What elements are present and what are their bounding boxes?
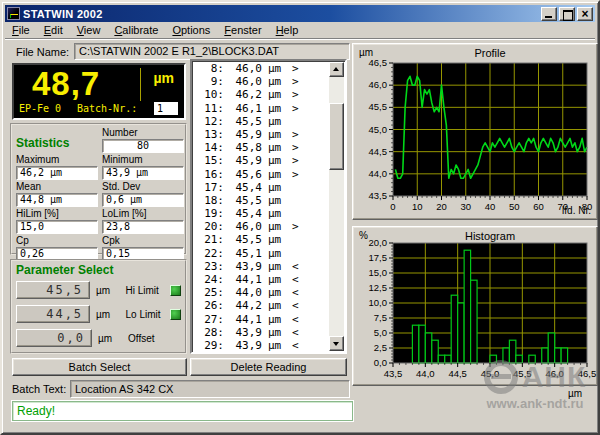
stat-field-std-dev: Std. Dev0,6 µm bbox=[102, 181, 184, 207]
menu-item-calibrate[interactable]: Calibrate bbox=[107, 23, 165, 37]
stat-value: 46,2 µm bbox=[16, 166, 98, 180]
reading-row[interactable]: 16:45,6µm> bbox=[194, 168, 328, 181]
svg-text:10,0: 10,0 bbox=[369, 297, 388, 308]
svg-text:10: 10 bbox=[412, 201, 423, 212]
reading-row[interactable]: 9:46,0µm> bbox=[194, 75, 328, 88]
measurement-display: 48,7 µm EP-Fe 0 Batch-Nr.: 1 bbox=[12, 63, 186, 120]
reading-row[interactable]: 26:44,2µm< bbox=[194, 299, 328, 312]
measurement-value: 48,7 bbox=[32, 65, 100, 103]
parameter-select-group: Parameter Select 45,5µmHi Limit44,5µmLo … bbox=[10, 259, 187, 354]
scrollbar-thumb[interactable] bbox=[329, 103, 344, 170]
param-row-lo-limit: 44,5µmLo Limit bbox=[16, 303, 181, 325]
svg-text:17,5: 17,5 bbox=[369, 252, 388, 263]
menu-item-view[interactable]: View bbox=[70, 23, 108, 37]
reading-row[interactable]: 29:43,9µm< bbox=[194, 339, 328, 351]
stat-value: 15,0 bbox=[16, 220, 98, 234]
param-label: Lo Limit bbox=[125, 309, 168, 320]
reading-row[interactable]: 21:45,5µm bbox=[194, 233, 328, 246]
menu-item-file[interactable]: File bbox=[5, 23, 37, 37]
reading-row[interactable]: 22:45,1µm bbox=[194, 247, 328, 260]
menu-bar: FileEditViewCalibrateOptionsFensterHelp bbox=[5, 22, 595, 39]
batch-text-label: Batch Text: bbox=[12, 383, 66, 395]
readings-rows: 8:46,0µm>9:46,0µm>10:46,2µm>11:46,1µm>12… bbox=[194, 62, 328, 351]
status-bar: Ready! bbox=[12, 401, 353, 421]
svg-text:2,5: 2,5 bbox=[374, 342, 387, 353]
reading-row[interactable]: 15:45,9µm> bbox=[194, 154, 328, 167]
lo-limit-input[interactable]: 44,5 bbox=[16, 305, 90, 323]
lo-limit-led[interactable] bbox=[170, 309, 181, 320]
menu-item-edit[interactable]: Edit bbox=[37, 23, 70, 37]
file-name-field[interactable]: C:\STATWIN 2002 E R1_2\BLOCK3.DAT bbox=[74, 43, 350, 60]
histogram-x-axis-label: µm bbox=[568, 388, 582, 399]
reading-row[interactable]: 10:46,2µm> bbox=[194, 88, 328, 101]
hi-limit-input[interactable]: 45,5 bbox=[16, 281, 90, 299]
param-label: Offset bbox=[128, 333, 172, 344]
close-button[interactable] bbox=[577, 7, 593, 21]
menu-item-options[interactable]: Options bbox=[165, 23, 217, 37]
stat-value: 0,6 µm bbox=[102, 193, 184, 207]
stat-field-mean: Mean44,8 µm bbox=[16, 181, 98, 207]
svg-text:0: 0 bbox=[390, 201, 395, 212]
stat-field-minimum: Minimum43,9 µm bbox=[102, 154, 184, 180]
reading-row[interactable]: 18:45,5µm bbox=[194, 194, 328, 207]
svg-text:46,5: 46,5 bbox=[578, 368, 597, 379]
scroll-down-icon[interactable] bbox=[329, 336, 344, 351]
reading-row[interactable]: 12:45,5µm bbox=[194, 115, 328, 128]
readings-list: 8:46,0µm>9:46,0µm>10:46,2µm>11:46,1µm>12… bbox=[190, 59, 347, 354]
batch-nr-label: Batch-Nr.: bbox=[77, 103, 137, 114]
svg-text:45,0: 45,0 bbox=[369, 124, 388, 135]
reading-row[interactable]: 23:43,9µm< bbox=[194, 260, 328, 273]
offset-input[interactable]: 0,0 bbox=[16, 329, 92, 347]
svg-text:46,0: 46,0 bbox=[545, 368, 564, 379]
reading-row[interactable]: 20:46,0µm> bbox=[194, 220, 328, 233]
batch-select-button[interactable]: Batch Select bbox=[12, 358, 187, 376]
param-label: Hi Limit bbox=[125, 285, 168, 296]
svg-text:30: 30 bbox=[460, 201, 471, 212]
menu-item-help[interactable]: Help bbox=[269, 23, 306, 37]
svg-text:44,5: 44,5 bbox=[369, 146, 388, 157]
statistics-group: Statistics Number80Maximum46,2 µmMinimum… bbox=[10, 123, 187, 255]
svg-text:46,0: 46,0 bbox=[369, 79, 388, 90]
stat-label: HiLim [%] bbox=[16, 208, 98, 220]
svg-text:7,5: 7,5 bbox=[374, 312, 387, 323]
reading-row[interactable]: 17:45,4µm bbox=[194, 181, 328, 194]
parameter-select-title: Parameter Select bbox=[16, 263, 181, 277]
svg-text:44,0: 44,0 bbox=[416, 368, 435, 379]
maximize-button[interactable] bbox=[559, 7, 575, 21]
reading-row[interactable]: 19:45,4µm bbox=[194, 207, 328, 220]
readings-scrollbar[interactable] bbox=[329, 62, 344, 351]
profile-chart-panel: µm Profile 43,544,044,545,045,546,046,50… bbox=[352, 43, 598, 220]
stat-field-lolim: LoLim [%]23,8 bbox=[102, 208, 184, 234]
svg-text:43,5: 43,5 bbox=[369, 190, 388, 201]
stat-field-cpk: Cpk0,15 bbox=[102, 235, 184, 261]
svg-text:40: 40 bbox=[485, 201, 496, 212]
stat-label: Mean bbox=[16, 181, 98, 193]
reading-row[interactable]: 11:46,1µm> bbox=[194, 102, 328, 115]
reading-row[interactable]: 25:44,0µm< bbox=[194, 286, 328, 299]
svg-text:44,5: 44,5 bbox=[448, 368, 467, 379]
app-icon bbox=[7, 7, 20, 20]
histogram-chart-panel: % Histogram 0,02,55,07,510,012,515,017,5… bbox=[352, 226, 598, 386]
svg-text:20: 20 bbox=[436, 201, 447, 212]
reading-row[interactable]: 13:45,9µm> bbox=[194, 128, 328, 141]
window-title: STATWIN 2002 bbox=[23, 8, 103, 20]
scroll-up-icon[interactable] bbox=[329, 62, 344, 77]
delete-reading-button[interactable]: Delete Reading bbox=[190, 358, 347, 376]
file-name-label: File Name: bbox=[16, 46, 69, 58]
reading-row[interactable]: 8:46,0µm> bbox=[194, 62, 328, 75]
svg-text:15,0: 15,0 bbox=[369, 267, 388, 278]
batch-text-field[interactable]: Location AS 342 CX bbox=[70, 380, 350, 398]
svg-text:43,5: 43,5 bbox=[384, 368, 403, 379]
minimize-button[interactable] bbox=[541, 7, 557, 21]
batch-nr-input[interactable]: 1 bbox=[154, 102, 178, 115]
reading-row[interactable]: 28:43,9µm< bbox=[194, 326, 328, 339]
param-unit: µm bbox=[96, 285, 117, 296]
menu-item-fenster[interactable]: Fenster bbox=[217, 23, 268, 37]
profile-x-axis-label: lfd. Nr. bbox=[562, 205, 591, 216]
reading-row[interactable]: 24:44,1µm< bbox=[194, 273, 328, 286]
reading-row[interactable]: 14:45,8µm> bbox=[194, 141, 328, 154]
stat-label: Number bbox=[102, 127, 184, 139]
reading-row[interactable]: 27:44,1µm< bbox=[194, 313, 328, 326]
hi-limit-led[interactable] bbox=[170, 285, 181, 296]
title-bar[interactable]: STATWIN 2002 bbox=[5, 5, 595, 22]
